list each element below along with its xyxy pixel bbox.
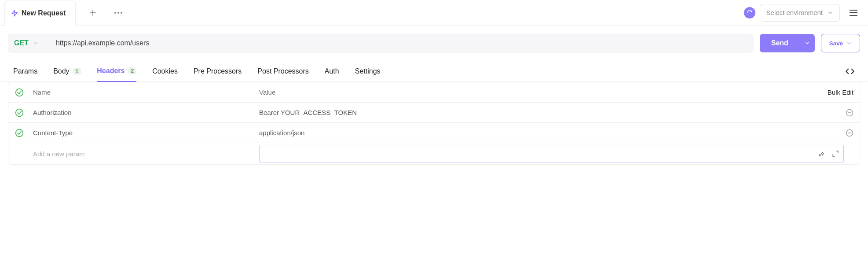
- request-tab-title: New Request: [22, 9, 66, 17]
- url-box: GET https://api.example.com/users: [8, 33, 754, 53]
- svg-point-5: [121, 12, 122, 14]
- url-input[interactable]: https://api.example.com/users: [44, 39, 150, 47]
- header-name-cell[interactable]: Content-Type: [30, 129, 259, 136]
- tab-overflow-button[interactable]: [110, 4, 127, 21]
- expand-icon: [832, 150, 839, 157]
- tab-body-label: Body: [53, 67, 69, 75]
- row-delete-button[interactable]: [846, 129, 853, 137]
- chevron-down-icon: [827, 10, 833, 16]
- svg-point-9: [16, 89, 23, 96]
- refresh-env-icon[interactable]: [744, 7, 755, 18]
- environment-select[interactable]: Select environment: [760, 4, 840, 22]
- window-tabbar: New Request Select environment: [0, 0, 868, 26]
- http-method-select[interactable]: GET: [14, 39, 44, 47]
- column-header-value: Value: [259, 89, 820, 96]
- send-button[interactable]: Send: [760, 34, 800, 52]
- http-method-label: GET: [14, 39, 29, 47]
- tab-params[interactable]: Params: [13, 61, 37, 82]
- chevron-down-icon: [846, 41, 852, 46]
- svg-point-10: [16, 109, 23, 116]
- tab-body-badge: 1: [73, 68, 81, 75]
- hamburger-menu-button[interactable]: [845, 4, 862, 21]
- header-enable-all[interactable]: [8, 88, 30, 97]
- svg-point-3: [114, 12, 116, 14]
- tab-auth[interactable]: Auth: [325, 61, 339, 82]
- code-icon: [845, 68, 855, 75]
- header-value-cell[interactable]: application/json: [259, 129, 820, 136]
- magic-fill-button[interactable]: [819, 150, 826, 157]
- column-header-name: Name: [30, 89, 259, 96]
- tab-headers[interactable]: Headers 2: [97, 61, 136, 82]
- request-bar: GET https://api.example.com/users Send S…: [0, 26, 868, 61]
- check-circle-icon: [15, 108, 24, 117]
- bulk-edit-button[interactable]: Bulk Edit: [820, 89, 860, 96]
- tab-pre-processors[interactable]: Pre Processors: [194, 61, 242, 82]
- tab-settings[interactable]: Settings: [355, 61, 381, 82]
- table-row: Content-Type application/json: [8, 123, 860, 143]
- bolt-icon: [11, 9, 18, 17]
- expand-button[interactable]: [832, 150, 839, 157]
- table-header-row: Name Value Bulk Edit: [8, 82, 860, 103]
- add-tab-button[interactable]: [84, 4, 101, 21]
- tab-post-processors[interactable]: Post Processors: [257, 61, 308, 82]
- new-header-value-input[interactable]: [259, 145, 844, 162]
- environment-select-label: Select environment: [766, 9, 823, 16]
- header-value-cell[interactable]: Bearer YOUR_ACCESS_TOKEN: [259, 109, 820, 116]
- tab-headers-label: Headers: [97, 67, 125, 75]
- check-circle-icon: [15, 129, 24, 137]
- tab-body[interactable]: Body 1: [53, 61, 81, 82]
- send-dropdown-button[interactable]: [800, 34, 815, 52]
- row-enable-toggle[interactable]: [8, 108, 30, 117]
- table-new-row: Add a new param: [8, 143, 860, 164]
- request-tab[interactable]: New Request: [4, 0, 76, 26]
- row-delete-button[interactable]: [846, 109, 853, 117]
- svg-point-4: [117, 12, 119, 14]
- send-button-group: Send: [760, 34, 815, 52]
- sparkle-icon: [819, 150, 826, 157]
- request-subtabs: Params Body 1 Headers 2 Cookies Pre Proc…: [0, 61, 868, 82]
- tab-cookies[interactable]: Cookies: [152, 61, 178, 82]
- header-name-cell[interactable]: Authorization: [30, 109, 259, 116]
- minus-circle-icon: [846, 129, 853, 137]
- code-view-toggle[interactable]: [845, 68, 855, 75]
- minus-circle-icon: [846, 109, 853, 117]
- tab-headers-badge: 2: [128, 67, 136, 74]
- save-button[interactable]: Save: [821, 34, 860, 52]
- headers-table: Name Value Bulk Edit Authorization Beare…: [8, 82, 860, 165]
- check-circle-icon: [15, 88, 24, 97]
- chevron-down-icon: [33, 41, 38, 46]
- chevron-down-icon: [805, 41, 810, 46]
- table-row: Authorization Bearer YOUR_ACCESS_TOKEN: [8, 103, 860, 123]
- save-button-label: Save: [829, 40, 843, 47]
- new-header-name-input[interactable]: Add a new param: [30, 150, 259, 158]
- svg-marker-0: [12, 10, 17, 16]
- row-enable-toggle[interactable]: [8, 129, 30, 137]
- svg-point-13: [16, 129, 23, 136]
